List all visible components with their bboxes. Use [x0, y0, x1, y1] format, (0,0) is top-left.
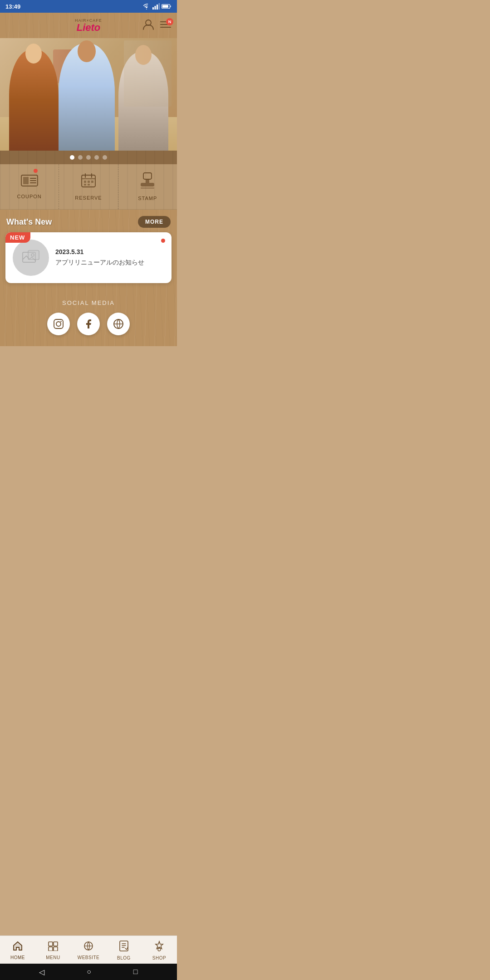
- status-icons: [142, 3, 172, 10]
- facebook-button[interactable]: [77, 313, 100, 335]
- reserve-icon: [81, 173, 96, 191]
- carousel-dot-2[interactable]: [78, 155, 83, 160]
- facebook-icon: [83, 318, 94, 329]
- svg-rect-26: [141, 183, 154, 186]
- status-time: 13:49: [5, 3, 20, 10]
- carousel-dot-1[interactable]: [70, 155, 74, 160]
- svg-rect-3: [159, 3, 160, 10]
- svg-point-33: [60, 321, 61, 322]
- whats-new-title: What's New: [6, 217, 52, 227]
- coupon-notification-dot: [34, 169, 38, 173]
- hero-image: [0, 38, 177, 151]
- reserve-button[interactable]: RESERVE: [59, 164, 118, 209]
- svg-rect-22: [84, 184, 86, 186]
- news-card[interactable]: NEW 2023.5.31 アプリリニューアルのお知らせ: [5, 232, 172, 283]
- coupon-button[interactable]: COUPON: [0, 164, 59, 209]
- svg-rect-27: [141, 187, 154, 189]
- reserve-label: RESERVE: [75, 195, 102, 201]
- news-date: 2023.5.31: [55, 248, 164, 255]
- carousel-dot-3[interactable]: [86, 155, 91, 160]
- user-profile-button[interactable]: [142, 19, 154, 32]
- signal-icon: [152, 3, 160, 10]
- instagram-icon: [53, 318, 64, 329]
- svg-rect-0: [152, 7, 154, 10]
- whats-new-section: What's New MORE NEW 2023.5.31 アプリリニューアルの…: [0, 210, 177, 346]
- social-icons-group: [47, 313, 130, 335]
- logo: HAIR×CAFE Lieto: [75, 18, 102, 33]
- more-button[interactable]: MORE: [138, 216, 171, 228]
- news-content: 2023.5.31 アプリリニューアルのお知らせ: [55, 248, 164, 267]
- status-bar: 13:49: [0, 0, 177, 13]
- svg-point-32: [56, 322, 61, 326]
- news-text: アプリリニューアルのお知らせ: [55, 258, 164, 267]
- stamp-label: STAMP: [138, 196, 157, 201]
- menu-notification-badge: N: [166, 18, 173, 25]
- carousel-dot-5[interactable]: [103, 155, 107, 160]
- svg-rect-20: [88, 181, 90, 183]
- photo-placeholder-icon: [22, 250, 40, 266]
- svg-rect-2: [157, 5, 158, 10]
- svg-rect-1: [155, 6, 156, 10]
- user-icon: [142, 19, 154, 30]
- svg-rect-23: [88, 184, 90, 186]
- svg-rect-24: [143, 173, 152, 179]
- svg-rect-19: [84, 181, 86, 183]
- svg-rect-21: [91, 181, 93, 183]
- news-thumbnail: [13, 240, 49, 276]
- stamp-button[interactable]: STAMP: [118, 164, 177, 209]
- svg-rect-31: [54, 319, 63, 328]
- new-badge: NEW: [5, 232, 30, 243]
- app-header: HAIR×CAFE Lieto N: [0, 13, 177, 38]
- stamp-icon: [140, 172, 155, 192]
- social-media-section: SOCIAL MEDIA: [0, 290, 177, 346]
- svg-rect-5: [162, 5, 168, 8]
- coupon-label: COUPON: [17, 194, 42, 199]
- logo-title: Lieto: [75, 23, 102, 33]
- svg-rect-11: [23, 177, 29, 184]
- social-media-title: SOCIAL MEDIA: [62, 299, 115, 306]
- carousel-indicators: [0, 151, 177, 164]
- coupon-icon: [21, 174, 38, 190]
- news-notification-dot: [161, 239, 165, 243]
- svg-rect-30: [28, 250, 39, 260]
- battery-icon: [162, 4, 172, 9]
- website-button[interactable]: [107, 313, 130, 335]
- header-actions: N: [142, 19, 172, 32]
- svg-rect-25: [146, 179, 149, 183]
- carousel-dot-4[interactable]: [94, 155, 99, 160]
- menu-button[interactable]: N: [160, 20, 172, 31]
- quick-actions-bar: COUPON RESERVE: [0, 164, 177, 210]
- whats-new-header: What's New MORE: [0, 210, 177, 232]
- instagram-button[interactable]: [47, 313, 70, 335]
- wifi-icon: [142, 3, 151, 10]
- globe-icon: [113, 318, 124, 329]
